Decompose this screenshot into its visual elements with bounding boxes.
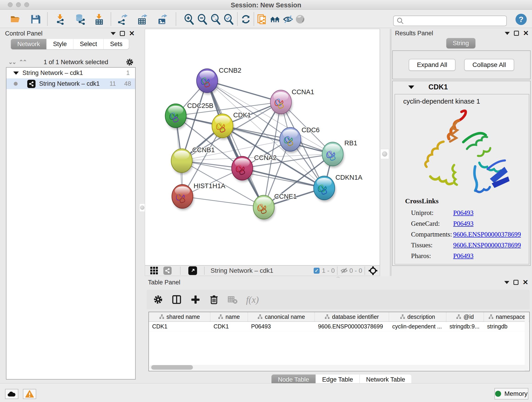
network-node-CDC6[interactable]	[280, 128, 302, 153]
zoom-selected-icon[interactable]	[223, 13, 234, 25]
network-node-CCNB1[interactable]	[171, 149, 193, 174]
delete-column-trash-icon[interactable]	[209, 294, 219, 305]
apply-layout-icon[interactable]	[240, 13, 252, 25]
export-table-icon[interactable]	[136, 13, 148, 25]
column-header-shared-name[interactable]: shared name	[149, 312, 210, 321]
left-splitter-grip[interactable]	[139, 204, 145, 212]
table-vertical-scrollbar[interactable]	[525, 313, 529, 371]
panel-close-icon[interactable]: ✕	[523, 31, 529, 36]
network-edge[interactable]	[182, 196, 264, 207]
crosslink-link[interactable]: 9606.ENSP00000378699	[453, 241, 521, 249]
column-type-icon	[159, 314, 164, 319]
crosslink-row: GeneCard:P06493	[411, 220, 526, 228]
zoom-out-icon[interactable]	[196, 13, 208, 25]
node-label-CDK1: CDK1	[233, 111, 251, 119]
tab-style[interactable]: Style	[46, 39, 73, 49]
right-splitter-grip[interactable]	[380, 149, 389, 159]
export-network-icon[interactable]	[116, 13, 128, 25]
panel-menu-icon[interactable]	[505, 32, 510, 35]
crosslink-link[interactable]: P06493	[453, 220, 474, 227]
node-table[interactable]: shared namenamecanonical namedatabase id…	[148, 312, 530, 371]
memory-status-dot	[495, 391, 501, 397]
crosslink-link[interactable]: P06493	[453, 252, 474, 260]
network-node-CCNB2[interactable]	[196, 69, 219, 95]
panel-close-icon[interactable]: ✕	[129, 31, 135, 36]
warning-icon[interactable]	[23, 389, 36, 399]
open-in-new-window-icon[interactable]	[188, 266, 197, 276]
panel-float-icon[interactable]	[120, 31, 125, 36]
panel-float-icon[interactable]	[513, 280, 519, 285]
toolbar-separator	[111, 12, 111, 26]
panel-menu-icon[interactable]	[504, 281, 509, 284]
string-results-box: CDK1 cyclin-dependent kinase 1	[392, 81, 531, 266]
hidden-eye-slash-icon	[340, 266, 348, 276]
network-node-RB1[interactable]	[322, 142, 344, 168]
column-header-description[interactable]: description	[389, 312, 446, 321]
gene-collapse-triangle-icon[interactable]	[408, 85, 414, 89]
table-row[interactable]: CDK1CDK1P064939606.ENSP00000378699cyclin…	[149, 322, 529, 332]
network-collection-row[interactable]: String Network – cdk1 1	[6, 68, 135, 78]
network-document-icon[interactable]	[256, 13, 268, 25]
network-canvas[interactable]: CCNB2CCNA1CDC25BCDK1CDC6RB1CCNB1CCNA2CDK…	[145, 29, 380, 265]
search-icon	[396, 17, 404, 25]
network-options-gear-icon[interactable]	[126, 58, 134, 66]
network-node-CCNA1[interactable]	[270, 90, 292, 116]
home-databases-icon[interactable]	[269, 13, 281, 25]
import-network-database-icon[interactable]	[75, 13, 86, 25]
network-node-CDC25B[interactable]	[165, 104, 187, 129]
tab-network[interactable]: Network	[11, 39, 46, 49]
cloud-status-icon[interactable]	[5, 389, 18, 399]
panel-menu-icon[interactable]	[111, 32, 116, 35]
network-node-CDKN1A[interactable]	[314, 176, 336, 202]
show-columns-icon[interactable]	[171, 294, 182, 305]
network-node-CDK1[interactable]	[212, 114, 234, 140]
expand-all-button[interactable]: Expand All	[409, 59, 456, 71]
column-header-@id[interactable]: @id	[446, 312, 484, 321]
crosslink-row: Uniprot:P06493	[411, 209, 526, 217]
search-input[interactable]	[393, 16, 507, 26]
network-node-CCNE1[interactable]	[253, 195, 275, 221]
tab-sets[interactable]: Sets	[104, 39, 129, 49]
open-session-icon[interactable]	[10, 13, 21, 25]
hide-panel-eye-icon[interactable]	[282, 13, 294, 25]
center-view-crosshair-icon[interactable]	[368, 266, 378, 276]
collapse-all-tree-icon[interactable]: ⌄⌄	[8, 61, 16, 64]
panel-float-icon[interactable]	[514, 31, 519, 36]
eye-sphere-icon[interactable]	[294, 13, 306, 25]
panel-close-icon[interactable]: ✕	[523, 280, 528, 285]
column-header-canonical-name[interactable]: canonical name	[248, 312, 315, 321]
save-session-icon[interactable]	[30, 13, 41, 25]
selected-checkbox-icon[interactable]: ✓	[314, 266, 320, 276]
help-button[interactable]: ?	[515, 14, 527, 25]
network-row[interactable]: String Network – cdk1 11 48	[6, 78, 135, 89]
export-image-icon[interactable]	[156, 13, 168, 25]
column-header-namespace[interactable]: namespace	[484, 312, 530, 321]
table-cell: 9606.ENSP00000378699	[315, 322, 389, 331]
network-node-CCNA2[interactable]	[232, 156, 254, 182]
zoom-fit-icon[interactable]	[210, 13, 221, 25]
create-column-plus-icon[interactable]	[190, 294, 201, 305]
table-horizontal-scrollbar[interactable]	[149, 365, 528, 370]
column-header-database-identifier[interactable]: database identifier	[315, 312, 389, 321]
node-count: 11	[109, 80, 116, 87]
table-options-gear-icon[interactable]	[153, 294, 163, 305]
status-bar: Memory	[0, 383, 532, 402]
results-tab-string[interactable]: String	[446, 38, 475, 48]
expand-all-tree-icon[interactable]: ⌃⌃	[19, 61, 26, 64]
string-share-icon[interactable]	[163, 266, 172, 276]
crosslink-link[interactable]: P06493	[453, 209, 474, 217]
import-network-file-icon[interactable]	[55, 13, 66, 25]
column-header-name[interactable]: name	[210, 312, 248, 321]
crosslink-row: Tissues:9606.ENSP00000378699	[411, 241, 526, 249]
tab-select[interactable]: Select	[73, 39, 104, 49]
collapse-all-button[interactable]: Collapse All	[464, 59, 514, 71]
birds-eye-grid-icon[interactable]	[150, 266, 159, 276]
memory-button[interactable]: Memory	[494, 388, 528, 400]
import-table-file-icon[interactable]	[94, 13, 105, 25]
zoom-in-icon[interactable]	[183, 13, 195, 25]
crosslink-link[interactable]: 9606.ENSP00000378699	[453, 230, 521, 238]
network-edge[interactable]	[242, 168, 324, 188]
network-node-HIST1H1A[interactable]	[172, 185, 194, 210]
node-label-CDC25B: CDC25B	[187, 102, 213, 109]
collapse-triangle-icon[interactable]	[13, 71, 19, 75]
